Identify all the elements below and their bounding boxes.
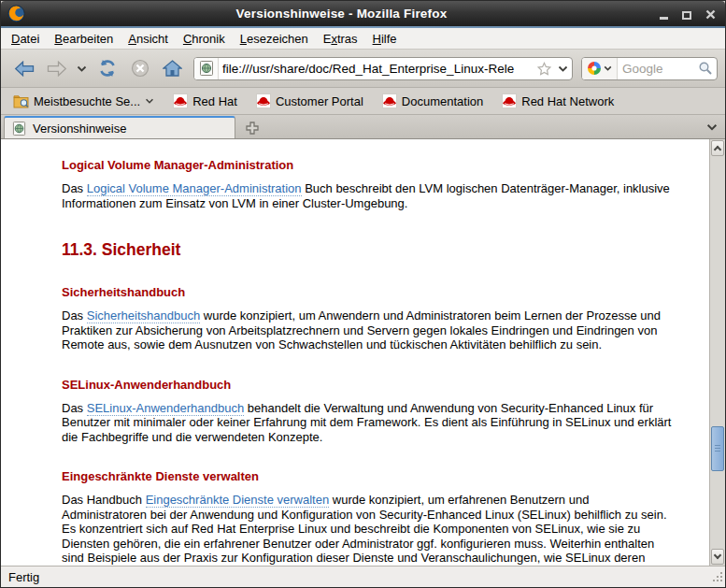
- bookmarks-toolbar: Meistbesuchte Se... Red Hat Customer Por…: [1, 88, 725, 115]
- scroll-down-icon[interactable]: [711, 549, 724, 565]
- bookmark-label: Documentation: [402, 94, 483, 108]
- scrollbar-thumb[interactable]: [711, 426, 724, 471]
- folder-search-icon: [13, 94, 29, 108]
- firefox-window: Versionshinweise - Mozilla Firefox Datei…: [0, 0, 726, 588]
- doc-paragraph-sicherheitshandbuch: Das Sicherheitshandbuch wurde konzipiert…: [62, 308, 674, 352]
- search-input[interactable]: [618, 62, 694, 76]
- search-engine-dropdown-icon: [604, 65, 612, 71]
- history-dropdown-icon[interactable]: [74, 54, 90, 83]
- page-favicon-icon: [12, 122, 26, 136]
- redhat-icon: [173, 93, 188, 108]
- page-favicon-icon: [194, 58, 219, 79]
- doc-subheading-dienste: Eingeschränkte Dienste verwalten: [62, 469, 674, 483]
- link-lvm-administration[interactable]: Logical Volume Manager-Administration: [87, 181, 302, 196]
- google-icon: [587, 61, 602, 76]
- status-bar: Fertig: [1, 566, 725, 587]
- bookmark-label: Customer Portal: [276, 94, 363, 108]
- doc-subheading-lvm: Logical Volume Manager-Administration: [62, 158, 674, 172]
- search-bar[interactable]: [581, 57, 718, 80]
- link-sicherheitshandbuch[interactable]: Sicherheitshandbuch: [87, 308, 200, 323]
- bookmark-most-visited[interactable]: Meistbesuchte Se...: [7, 93, 160, 110]
- redhat-icon: [502, 93, 517, 108]
- new-tab-icon[interactable]: [241, 118, 263, 138]
- reload-icon[interactable]: [92, 54, 122, 83]
- minimize-icon[interactable]: [658, 8, 669, 20]
- resize-grip[interactable]: [711, 570, 723, 585]
- window-controls: [658, 8, 716, 20]
- firefox-logo-icon: [7, 5, 25, 22]
- url-dropdown-icon[interactable]: [553, 58, 572, 79]
- tab-versionshinweise[interactable]: Versionshinweise: [4, 116, 235, 138]
- url-bar[interactable]: [193, 57, 573, 80]
- tab-label: Versionshinweise: [33, 122, 126, 136]
- menu-hilfe[interactable]: Hilfe: [365, 29, 405, 49]
- bookmark-label: Red Hat Network: [521, 94, 614, 108]
- bookmark-customer-portal[interactable]: Customer Portal: [250, 92, 369, 110]
- stop-icon[interactable]: [124, 54, 155, 83]
- menu-datei[interactable]: Datei: [4, 29, 47, 49]
- link-selinux-anwenderhandbuch[interactable]: SELinux-Anwenderhandbuch: [87, 401, 244, 416]
- menu-extras[interactable]: Extras: [316, 29, 365, 49]
- close-icon[interactable]: [705, 8, 716, 20]
- bookmark-red-hat-network[interactable]: Red Hat Network: [496, 92, 619, 110]
- navigation-toolbar: [1, 50, 725, 88]
- doc-paragraph-lvm: Das Logical Volume Manager-Administratio…: [62, 181, 674, 210]
- bookmark-star-icon[interactable]: [534, 58, 553, 79]
- menu-ansicht[interactable]: Ansicht: [121, 29, 176, 49]
- list-all-tabs-icon[interactable]: [702, 117, 722, 137]
- link-eingeschraenkte-dienste[interactable]: Eingeschränkte Dienste verwalten: [146, 493, 330, 508]
- bookmark-documentation[interactable]: Documentation: [377, 92, 489, 110]
- doc-subheading-selinux: SELinux-Anwenderhandbuch: [62, 378, 674, 392]
- bookmark-label: Red Hat: [192, 94, 237, 108]
- forward-icon[interactable]: [41, 54, 72, 83]
- maximize-icon[interactable]: [681, 8, 692, 20]
- url-input[interactable]: [219, 62, 534, 76]
- chevron-down-icon: [145, 98, 154, 104]
- doc-subheading-sicherheitshandbuch: Sicherheitshandbuch: [62, 285, 674, 299]
- document-content: Logical Volume Manager-Administration Da…: [1, 139, 709, 566]
- search-magnifier-icon[interactable]: [694, 61, 717, 76]
- browser-viewport: Logical Volume Manager-Administration Da…: [1, 138, 725, 566]
- menu-bearbeiten[interactable]: Bearbeiten: [47, 29, 121, 49]
- paragraph-text: Das: [62, 181, 87, 195]
- search-engine-selector[interactable]: [582, 58, 618, 79]
- titlebar: Versionshinweise - Mozilla Firefox: [1, 1, 725, 26]
- redhat-icon: [256, 93, 271, 108]
- doc-section-heading: 11.3. Sicherheit: [62, 240, 674, 260]
- doc-paragraph-selinux: Das SELinux-Anwenderhandbuch behandelt d…: [62, 401, 674, 445]
- paragraph-text: Das: [62, 401, 87, 415]
- bookmark-label: Meistbesuchte Se...: [34, 94, 140, 108]
- doc-paragraph-dienste: Das Handbuch Eingeschränkte Dienste verw…: [62, 493, 674, 566]
- paragraph-text: Das: [62, 308, 87, 323]
- bookmark-red-hat[interactable]: Red Hat: [167, 92, 243, 110]
- back-icon[interactable]: [8, 54, 39, 83]
- home-icon[interactable]: [157, 54, 188, 83]
- scroll-up-icon[interactable]: [711, 140, 724, 156]
- menubar: Datei Bearbeiten Ansicht Chronik Lesezei…: [1, 28, 725, 50]
- status-text: Fertig: [8, 570, 39, 584]
- menu-lesezeichen[interactable]: Lesezeichen: [233, 29, 316, 49]
- menu-chronik[interactable]: Chronik: [176, 29, 233, 49]
- vertical-scrollbar[interactable]: [709, 139, 725, 566]
- window-title: Versionshinweise - Mozilla Firefox: [25, 7, 658, 21]
- paragraph-text: Das Handbuch: [62, 493, 146, 507]
- tab-bar: Versionshinweise: [1, 115, 725, 138]
- redhat-icon: [382, 93, 397, 108]
